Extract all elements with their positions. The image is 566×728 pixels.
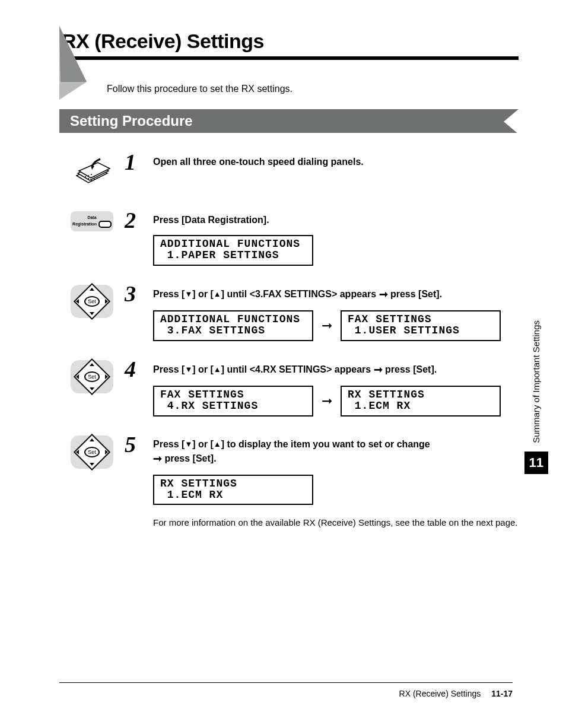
side-tab: Summary of Important Settings 11 [524, 320, 548, 474]
chapter-arrow-icon [56, 23, 97, 106]
up-triangle-icon: ▲ [214, 365, 221, 374]
chapter-header: RX (Receive) Settings [59, 30, 519, 60]
subhead-label: Setting Procedure [59, 109, 519, 133]
step-number: 3 [125, 282, 153, 305]
step-number: 5 [125, 433, 153, 456]
step-text: Open all three one-touch speed dialing p… [153, 155, 519, 169]
svg-point-9 [91, 177, 92, 178]
steps-list: 1 Open all three one-touch speed dialing… [59, 151, 519, 529]
page-footer: RX (Receive) Settings 11-17 [59, 682, 513, 698]
svg-point-11 [91, 180, 92, 181]
step-text: Press [▼] or [▲] until <4.RX SETTINGS> a… [153, 363, 519, 377]
svg-point-10 [94, 176, 95, 177]
step-2: Data Registration 2 Press [Data Registra… [59, 209, 519, 266]
datareg-label-a: Data [87, 215, 96, 220]
section-subhead: Setting Procedure [59, 109, 519, 133]
step-number: 2 [125, 209, 153, 231]
one-touch-panel-icon [71, 153, 113, 192]
arrow-right-icon: ➞ [319, 393, 335, 409]
set-nav-icon: Set [71, 360, 113, 393]
down-triangle-icon: ▼ [185, 290, 192, 298]
step-text: Press [▼] or [▲] until <3.FAX SETTINGS> … [153, 287, 519, 302]
lcd-display: FAX SETTINGS 1.USER SETTINGS [341, 310, 501, 341]
lcd-display: ADDITIONAL FUNCTIONS 3.FAX SETTINGS [153, 310, 313, 341]
data-registration-icon: Data Registration [71, 211, 113, 231]
chapter-title: RX (Receive) Settings [59, 30, 519, 60]
step-3: Set 3 Press [▼] or [▲] until <3.FAX SETT… [59, 282, 519, 341]
side-tab-label: Summary of Important Settings [531, 320, 541, 443]
step-text: Press [▼] or [▲] to display the item you… [153, 438, 519, 466]
step-number: 1 [125, 151, 153, 173]
step-4: Set 4 Press [▼] or [▲] until <4.RX SETTI… [59, 358, 519, 417]
svg-point-6 [88, 175, 89, 176]
svg-point-7 [91, 174, 92, 175]
svg-marker-1 [59, 26, 87, 82]
step-text: Press [Data Registration]. [153, 214, 519, 227]
datareg-button-icon [98, 221, 112, 228]
footer-title: RX (Receive) Settings [399, 689, 481, 698]
lcd-display: FAX SETTINGS 4.RX SETTINGS [153, 386, 313, 417]
set-button-label: Set [84, 447, 100, 457]
step-1: 1 Open all three one-touch speed dialing… [59, 151, 519, 192]
svg-point-12 [94, 179, 95, 180]
step-number: 4 [125, 358, 153, 380]
arrow-right-icon: ➞ [374, 364, 383, 376]
footer-page: 11-17 [491, 689, 513, 698]
up-triangle-icon: ▲ [214, 290, 221, 298]
step-note: For more information on the available RX… [153, 517, 519, 529]
down-triangle-icon: ▼ [185, 440, 192, 449]
arrow-right-icon: ➞ [319, 318, 335, 333]
up-triangle-icon: ▲ [214, 440, 221, 449]
intro-text: Follow this procedure to set the RX sett… [107, 84, 519, 94]
svg-point-5 [85, 176, 86, 177]
lcd-display: ADDITIONAL FUNCTIONS 1.PAPER SETTINGS [153, 235, 313, 266]
svg-point-13 [97, 177, 98, 179]
side-tab-number: 11 [524, 452, 548, 474]
set-nav-icon: Set [71, 435, 113, 469]
lcd-display: RX SETTINGS 1.ECM RX [153, 475, 313, 506]
datareg-label-b: Registration [72, 222, 97, 226]
arrow-right-icon: ➞ [153, 453, 162, 465]
arrow-right-icon: ➞ [379, 288, 388, 300]
step-5: Set 5 Press [▼] or [▲] to display the it… [59, 433, 519, 529]
set-nav-icon: Set [71, 285, 113, 318]
svg-point-8 [88, 178, 89, 179]
lcd-display: RX SETTINGS 1.ECM RX [341, 386, 501, 417]
down-triangle-icon: ▼ [185, 365, 192, 374]
